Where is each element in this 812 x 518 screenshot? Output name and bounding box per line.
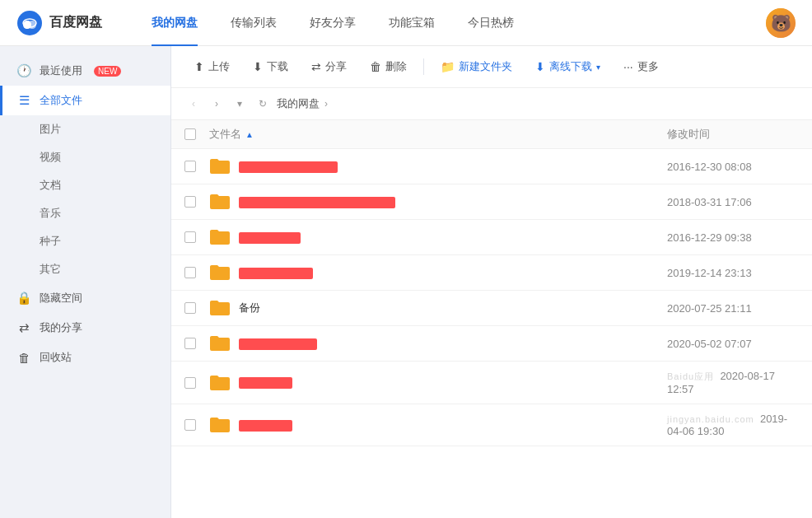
file-name: 备份 — [239, 301, 260, 315]
clock-icon: 🕐 — [16, 63, 31, 78]
file-date: jingyan.baidu.com 2019-04-06 19:30 — [667, 413, 799, 437]
file-date: 2018-03-31 17:06 — [667, 196, 799, 208]
sidebar-item-pictures[interactable]: 图片 — [0, 115, 170, 143]
sidebar-item-all-files-label: 全部文件 — [40, 93, 82, 108]
trash-icon: 🗑 — [16, 350, 31, 365]
main-layout: 🕐 最近使用 NEW ☰ 全部文件 图片 视频 文档 音乐 种子 其它 🔒 隐藏… — [0, 46, 812, 518]
list-icon: ☰ — [16, 93, 31, 108]
more-label: 更多 — [637, 59, 659, 74]
date-header: 修改时间 — [667, 128, 710, 140]
upload-button[interactable]: ⬆ 上传 — [184, 54, 240, 79]
nav-item-my-disk[interactable]: 我的网盘 — [135, 0, 214, 46]
row-checkbox[interactable] — [184, 196, 196, 208]
share-button[interactable]: ⇄ 分享 — [301, 54, 357, 79]
sidebar-item-docs[interactable]: 文档 — [0, 171, 170, 199]
folder-icon — [209, 334, 231, 352]
sidebar-item-recycle[interactable]: 🗑 回收站 — [0, 343, 170, 372]
sidebar-item-videos-label: 视频 — [40, 151, 61, 163]
toolbar-divider-1 — [423, 58, 424, 75]
row-checkbox[interactable] — [184, 377, 196, 389]
avatar[interactable]: 🐻 — [766, 8, 796, 38]
header: 百度网盘 我的网盘 传输列表 好友分享 功能宝箱 今日热榜 🐻 — [0, 0, 812, 46]
row-checkbox[interactable] — [184, 231, 196, 243]
download-icon: ⬇ — [253, 60, 263, 73]
file-name — [239, 376, 292, 390]
row-checkbox[interactable] — [184, 338, 196, 349]
table-row[interactable]: 2018-03-31 17:06 — [171, 184, 812, 220]
table-row[interactable]: 备份 2020-07-25 21:11 — [171, 291, 812, 326]
sidebar-item-recycle-label: 回收站 — [40, 350, 72, 365]
sidebar-item-others-label: 其它 — [40, 263, 61, 275]
row-checkbox[interactable] — [184, 161, 196, 172]
file-date: 2020-07-25 21:11 — [667, 302, 799, 315]
breadcrumb: ‹ › ▾ ↻ 我的网盘 › — [171, 88, 812, 120]
offline-download-label: 离线下载 — [549, 59, 592, 74]
file-date: 2016-12-30 08:08 — [667, 161, 799, 173]
new-badge: NEW — [94, 66, 121, 77]
lock-icon: 🔒 — [16, 291, 31, 306]
folder-icon — [209, 264, 231, 282]
delete-button[interactable]: 🗑 删除 — [360, 54, 417, 79]
breadcrumb-back-button[interactable]: ‹ — [184, 95, 203, 113]
header-right: 🐻 — [766, 8, 796, 38]
offline-download-icon: ⬇ — [535, 60, 545, 73]
nav-item-hot[interactable]: 今日热榜 — [451, 0, 530, 46]
share-icon: ⇄ — [16, 320, 31, 335]
baidu-cloud-logo — [16, 10, 43, 36]
new-folder-icon: 📁 — [441, 60, 455, 73]
breadcrumb-refresh-button[interactable]: ↻ — [254, 95, 272, 113]
row-checkbox[interactable] — [184, 419, 196, 431]
new-folder-button[interactable]: 📁 新建文件夹 — [431, 54, 522, 79]
filename-header: 文件名 — [209, 127, 241, 142]
file-list: 文件名 ▲ 修改时间 2016-12-30 08:08 — [171, 120, 812, 518]
sidebar-item-my-share[interactable]: ⇄ 我的分享 — [0, 313, 170, 343]
more-button[interactable]: ··· 更多 — [614, 54, 669, 79]
sort-up-icon[interactable]: ▲ — [245, 130, 254, 139]
row-checkbox[interactable] — [184, 267, 196, 278]
offline-download-button[interactable]: ⬇ 离线下载 ▾ — [525, 54, 610, 79]
select-all-checkbox[interactable] — [184, 128, 196, 140]
nav-item-toolbox[interactable]: 功能宝箱 — [372, 0, 451, 46]
breadcrumb-dropdown-button[interactable]: ▾ — [231, 95, 249, 113]
breadcrumb-forward-button[interactable]: › — [208, 95, 226, 113]
file-name — [239, 195, 395, 208]
folder-icon — [209, 374, 231, 392]
nav-item-transfer[interactable]: 传输列表 — [214, 0, 293, 46]
sidebar: 🕐 最近使用 NEW ☰ 全部文件 图片 视频 文档 音乐 种子 其它 🔒 隐藏… — [0, 46, 171, 518]
folder-icon — [209, 193, 231, 211]
sidebar-item-docs-label: 文档 — [40, 179, 61, 191]
sidebar-item-others[interactable]: 其它 — [0, 255, 170, 283]
file-date: 2016-12-29 09:38 — [667, 231, 799, 244]
nav-item-friend-share[interactable]: 好友分享 — [293, 0, 372, 46]
folder-icon — [209, 157, 231, 175]
sidebar-item-seeds-label: 种子 — [40, 235, 61, 247]
table-row[interactable]: 2016-12-29 09:38 — [171, 220, 812, 255]
sidebar-item-my-share-label: 我的分享 — [40, 320, 82, 335]
sidebar-item-videos[interactable]: 视频 — [0, 143, 170, 171]
sidebar-item-seeds[interactable]: 种子 — [0, 227, 170, 255]
new-folder-label: 新建文件夹 — [459, 59, 512, 74]
row-checkbox[interactable] — [184, 302, 196, 314]
sidebar-item-recent[interactable]: 🕐 最近使用 NEW — [0, 56, 170, 86]
logo-text: 百度网盘 — [49, 14, 102, 31]
upload-icon: ⬆ — [194, 60, 204, 73]
breadcrumb-home[interactable]: 我的网盘 — [277, 96, 320, 111]
table-row[interactable]: Baidu应用 2020-08-17 12:57 — [171, 362, 812, 404]
share-toolbar-icon: ⇄ — [311, 60, 321, 73]
offline-download-arrow: ▾ — [596, 63, 600, 72]
file-name — [239, 337, 317, 350]
sidebar-item-music[interactable]: 音乐 — [0, 199, 170, 227]
table-row[interactable]: 2020-05-02 07:07 — [171, 326, 812, 362]
file-date: Baidu应用 2020-08-17 12:57 — [667, 370, 799, 395]
table-row[interactable]: 2019-12-14 23:13 — [171, 255, 812, 291]
more-icon: ··· — [623, 60, 633, 73]
folder-icon — [209, 416, 231, 434]
download-button[interactable]: ⬇ 下载 — [243, 54, 298, 79]
download-label: 下载 — [267, 59, 288, 74]
table-row[interactable]: 2016-12-30 08:08 — [171, 149, 812, 184]
sidebar-item-hidden-space[interactable]: 🔒 隐藏空间 — [0, 283, 170, 313]
file-name — [239, 160, 338, 173]
sidebar-item-all-files[interactable]: ☰ 全部文件 — [0, 86, 170, 115]
table-row[interactable]: jingyan.baidu.com 2019-04-06 19:30 — [171, 404, 812, 446]
sidebar-item-pictures-label: 图片 — [40, 123, 61, 135]
